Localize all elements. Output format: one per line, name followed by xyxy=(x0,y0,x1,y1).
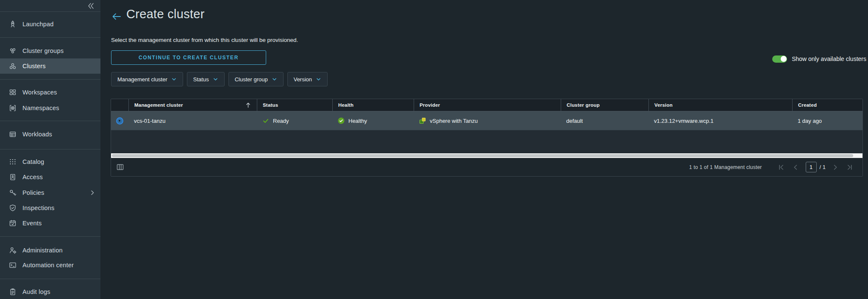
sidebar-item-label: Catalog xyxy=(22,158,44,165)
management-cluster-table: Management cluster Status Health Provide… xyxy=(111,99,863,177)
workloads-icon xyxy=(8,130,17,138)
clusters-icon xyxy=(8,62,17,70)
first-page-button[interactable] xyxy=(778,164,785,171)
current-page-input[interactable]: 1 xyxy=(806,162,817,172)
column-header-provider[interactable]: Provider xyxy=(414,99,561,111)
column-label: Status xyxy=(263,102,278,108)
sidebar-item-label: Audit logs xyxy=(22,288,50,295)
total-pages-label: / 1 xyxy=(820,164,826,170)
previous-page-button[interactable] xyxy=(792,164,799,171)
sidebar-divider xyxy=(0,37,100,38)
last-page-button[interactable] xyxy=(846,164,853,171)
sidebar-item-events[interactable]: Events xyxy=(0,216,100,231)
check-icon xyxy=(262,117,269,124)
toggle-knob xyxy=(781,56,787,62)
sidebar-item-namespaces[interactable]: Namespaces xyxy=(0,100,100,116)
sidebar: Launchpad Cluster groups Clusters Worksp… xyxy=(0,0,100,299)
column-header-created[interactable]: Created xyxy=(792,99,862,111)
sidebar-divider xyxy=(0,121,100,121)
column-label: Version xyxy=(654,102,673,108)
table-empty-area xyxy=(111,130,862,153)
healthy-badge-icon xyxy=(338,117,345,124)
sidebar-item-cluster-groups[interactable]: Cluster groups xyxy=(0,43,100,58)
clipboard-icon xyxy=(8,288,17,296)
provider-text: vSphere with Tanzu xyxy=(430,118,478,124)
pagination-summary: 1 to 1 of 1 Management cluster xyxy=(689,164,762,170)
main-content: Create cluster Select the management clu… xyxy=(100,0,868,299)
rocket-icon xyxy=(8,20,17,28)
filter-bar: Management cluster Status Cluster group … xyxy=(111,72,328,86)
sidebar-item-catalog[interactable]: Catalog xyxy=(0,154,100,169)
sort-ascending-icon[interactable] xyxy=(245,102,251,108)
sidebar-divider xyxy=(0,236,100,237)
table-footer: 1 to 1 of 1 Management cluster 1 / 1 xyxy=(111,158,862,176)
column-picker-icon[interactable] xyxy=(117,163,124,171)
chevron-down-icon xyxy=(213,77,218,82)
table-header-row: Management cluster Status Health Provide… xyxy=(111,99,862,111)
row-radio-cell xyxy=(111,117,128,125)
sidebar-item-clusters[interactable]: Clusters xyxy=(0,58,100,74)
column-label: Created xyxy=(798,102,817,108)
sidebar-item-administration[interactable]: Administration xyxy=(0,243,100,258)
sidebar-item-label: Policies xyxy=(22,189,45,196)
sidebar-divider xyxy=(0,11,100,12)
cell-status: Ready xyxy=(257,117,332,124)
row-radio-selected[interactable] xyxy=(116,117,123,125)
cell-version: v1.23.12+vmware.wcp.1 xyxy=(648,118,792,124)
sidebar-divider xyxy=(0,79,100,80)
chevron-down-icon xyxy=(272,77,277,82)
user-gear-icon xyxy=(8,246,17,255)
sidebar-item-label: Clusters xyxy=(22,63,46,69)
available-clusters-toggle-row: Show only available clusters xyxy=(772,55,866,63)
filter-status[interactable]: Status xyxy=(187,72,225,86)
health-text: Healthy xyxy=(348,118,367,124)
sidebar-collapse-button[interactable] xyxy=(85,1,96,11)
cluster-groups-icon xyxy=(8,47,17,55)
sidebar-item-label: Events xyxy=(22,220,42,227)
pagination: 1 to 1 of 1 Management cluster 1 / 1 xyxy=(689,162,857,172)
sidebar-item-automation-center[interactable]: Automation center xyxy=(0,257,100,273)
sidebar-item-workspaces[interactable]: Workspaces xyxy=(0,85,100,100)
sidebar-divider xyxy=(0,149,100,150)
horizontal-scrollbar[interactable] xyxy=(111,153,862,158)
sidebar-item-access[interactable]: Access xyxy=(0,169,100,185)
sidebar-item-workloads[interactable]: Workloads xyxy=(0,127,100,142)
sidebar-item-label: Administration xyxy=(22,247,63,254)
column-header-health[interactable]: Health xyxy=(332,99,414,111)
cell-created: 1 day ago xyxy=(792,118,862,124)
filter-management-cluster[interactable]: Management cluster xyxy=(111,72,183,86)
column-label: Provider xyxy=(420,102,440,108)
table-row[interactable]: vcs-01-tanzu Ready Healthy vSphere with … xyxy=(111,111,862,130)
chevron-right-icon xyxy=(89,190,95,196)
column-header-cluster-group[interactable]: Cluster group xyxy=(561,99,648,111)
filter-cluster-group[interactable]: Cluster group xyxy=(228,72,284,86)
shield-check-icon xyxy=(8,204,17,212)
column-header-version[interactable]: Version xyxy=(648,99,792,111)
next-page-button[interactable] xyxy=(832,164,839,171)
vsphere-tanzu-icon xyxy=(419,117,426,124)
sidebar-item-policies[interactable]: Policies xyxy=(0,185,100,200)
cell-cluster-group: default xyxy=(561,118,648,124)
sidebar-item-launchpad[interactable]: Launchpad xyxy=(0,17,100,32)
sidebar-item-audit-logs[interactable]: Audit logs xyxy=(0,284,100,299)
sidebar-item-label: Workloads xyxy=(22,131,52,138)
back-button[interactable] xyxy=(111,12,122,21)
continue-to-create-cluster-button[interactable]: CONTINUE TO CREATE CLUSTER xyxy=(111,50,266,65)
management-cluster-name: vcs-01-tanzu xyxy=(134,118,165,124)
sidebar-item-label: Workspaces xyxy=(22,89,57,96)
cluster-group-text: default xyxy=(566,118,583,124)
toggle-label: Show only available clusters xyxy=(792,55,866,62)
sidebar-item-label: Automation center xyxy=(22,262,74,269)
radio-column-header xyxy=(111,99,128,111)
scrollbar-thumb[interactable] xyxy=(112,154,853,157)
id-badge-icon xyxy=(8,173,17,181)
column-header-management-cluster[interactable]: Management cluster xyxy=(128,99,257,111)
version-text: v1.23.12+vmware.wcp.1 xyxy=(654,118,714,124)
sidebar-item-inspections[interactable]: Inspections xyxy=(0,200,100,216)
column-header-status[interactable]: Status xyxy=(257,99,332,111)
namespaces-icon xyxy=(8,104,17,112)
show-only-available-clusters-toggle[interactable] xyxy=(772,55,787,63)
key-icon xyxy=(8,188,17,197)
filter-version[interactable]: Version xyxy=(287,72,328,86)
workspaces-icon xyxy=(8,88,17,97)
